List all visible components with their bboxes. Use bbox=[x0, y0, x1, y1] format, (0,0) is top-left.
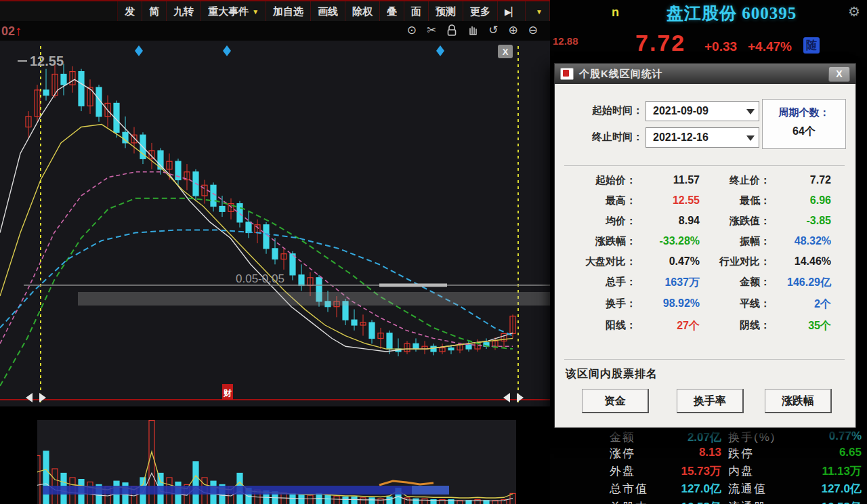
toolbar-item-forecast[interactable]: 预测 bbox=[429, 1, 463, 22]
volume-bar bbox=[413, 499, 419, 504]
rank-by-turnover-button[interactable]: 换手率 bbox=[677, 389, 744, 413]
volume-bar bbox=[43, 451, 49, 504]
start-date-label: 起始时间： bbox=[567, 104, 643, 117]
candle-body bbox=[219, 207, 225, 212]
trading-app-window: 发 简 九转 重大事件 ▼ 加自选 画线 除权 叠 面 预测 更多 ▶▏ ▼ 0… bbox=[0, 0, 867, 504]
toolbar-item-more[interactable]: 更多 bbox=[463, 1, 498, 22]
current-price: 7.72 bbox=[635, 30, 685, 56]
candle-body bbox=[466, 345, 471, 349]
rank-by-change-button[interactable]: 涨跌幅 bbox=[765, 389, 832, 413]
toolbar-item-draw-line[interactable]: 画线 bbox=[311, 1, 345, 22]
stat-label: 振幅： bbox=[700, 235, 770, 248]
high-annotation-label: 12.55 bbox=[30, 54, 64, 68]
period-count-value: 64个 bbox=[763, 125, 845, 139]
volume-bar bbox=[334, 496, 339, 504]
ma10-line bbox=[0, 125, 513, 349]
zoom-in-icon[interactable]: ⊕ bbox=[509, 22, 518, 39]
chevron-down-icon: ▼ bbox=[252, 8, 259, 16]
candle-body bbox=[175, 161, 181, 180]
hand-icon[interactable] bbox=[467, 24, 478, 37]
quote-row-marketcap: 总市值 127.0亿 流通值 127.0亿 bbox=[550, 481, 867, 498]
stat-label: 涨跌幅： bbox=[560, 235, 636, 248]
stat-value: 12.55 bbox=[636, 194, 700, 207]
top-toolbar: 发 简 九转 重大事件 ▼ 加自选 画线 除权 叠 面 预测 更多 ▶▏ ▼ bbox=[0, 0, 550, 22]
volume-orange-line bbox=[379, 481, 434, 485]
period-count-label: 周期个数： bbox=[763, 106, 845, 119]
toolbar-item-fa[interactable]: 发 bbox=[118, 1, 142, 22]
diamond-marker-icon[interactable] bbox=[223, 45, 231, 56]
volume-panel[interactable] bbox=[37, 420, 516, 504]
dialog-titlebar[interactable]: 个股K线区间统计 X bbox=[555, 64, 855, 84]
lock-icon[interactable] bbox=[446, 24, 457, 37]
toolbar-item-major-events[interactable]: 重大事件 ▼ bbox=[201, 1, 266, 22]
dialog-title: 个股K线区间统计 bbox=[579, 68, 663, 81]
zoom-out-icon[interactable]: ⊖ bbox=[528, 22, 538, 39]
stat-label: 阳线： bbox=[560, 319, 636, 333]
chart-close-x: X bbox=[503, 47, 509, 57]
stat-value: 35个 bbox=[770, 319, 831, 333]
diamond-marker-icon[interactable] bbox=[436, 45, 444, 56]
scroll-band[interactable] bbox=[78, 292, 550, 306]
toolbar-item-add-watchlist[interactable]: 加自选 bbox=[266, 1, 311, 22]
end-date-select[interactable]: 2021-12-16 bbox=[646, 127, 759, 148]
undo-icon[interactable]: ↺ bbox=[488, 22, 498, 39]
toolbar-item-exright[interactable]: 除权 bbox=[345, 1, 380, 22]
candle-body bbox=[431, 346, 436, 352]
toolbar-dropdown-icon[interactable]: ▼ bbox=[526, 1, 550, 22]
candle-body bbox=[237, 204, 242, 222]
stat-value: 14.46% bbox=[770, 255, 831, 268]
quote-row-amount: 金额 2.07亿 换手(%) 0.77% bbox=[550, 429, 867, 446]
diamond-marker-icon[interactable] bbox=[135, 45, 143, 56]
follow-badge[interactable]: 随 bbox=[803, 37, 820, 54]
stat-label: 阴线： bbox=[700, 319, 770, 333]
next-panel-arrow-icon[interactable]: ▶▏ bbox=[498, 1, 526, 22]
chart-tool-icons: ⊙ ✂ ↺ ⊕ ⊖ bbox=[407, 22, 538, 39]
dialog-close-button[interactable]: X bbox=[828, 66, 850, 82]
stat-label: 涨跌值： bbox=[700, 215, 770, 228]
corner-price-indicator: 02↑ bbox=[1, 23, 22, 39]
stat-value: -33.28% bbox=[636, 235, 700, 248]
stat-label: 最低： bbox=[700, 194, 770, 207]
quote-row-lots: 外盘 15.73万 内盘 11.13万 bbox=[550, 463, 867, 480]
volume-bar bbox=[422, 499, 427, 504]
candle-body bbox=[387, 333, 392, 349]
right-range-handle[interactable] bbox=[503, 393, 524, 402]
candle-body bbox=[448, 348, 454, 350]
kline-chart[interactable]: 12.55 0.05-0.05 X 财 bbox=[0, 41, 550, 406]
candle-body bbox=[79, 72, 84, 106]
volume-bar bbox=[387, 497, 392, 504]
quote-row-shares: 总股本 16.58亿 流通股 16.58亿 bbox=[550, 499, 867, 504]
toolbar-item-overlay[interactable]: 叠 bbox=[380, 1, 404, 22]
candle-body bbox=[246, 222, 251, 233]
candle-body bbox=[272, 249, 278, 259]
stat-label: 平线： bbox=[700, 297, 770, 312]
toolbar-item-screen[interactable]: 面 bbox=[404, 1, 429, 22]
eye-icon[interactable]: ⊙ bbox=[407, 22, 417, 39]
volume-bar bbox=[193, 462, 198, 504]
price-axis-top-label: 12.88 bbox=[553, 35, 578, 47]
volume-chart bbox=[37, 420, 516, 504]
stock-title[interactable]: 盘江股份 600395 bbox=[630, 2, 833, 24]
volume-bar bbox=[369, 498, 375, 504]
gear-icon[interactable]: ⚙ bbox=[848, 3, 860, 20]
stat-value: 6.96 bbox=[770, 194, 831, 207]
chart-sub-toolbar: 02↑ ⊙ ✂ ↺ ⊕ ⊖ bbox=[0, 21, 550, 41]
stock-flag: n bbox=[612, 5, 619, 20]
stat-label: 最高： bbox=[560, 194, 636, 207]
ranking-section-label: 该区间内股票排名 bbox=[566, 367, 658, 381]
rank-by-funds-button[interactable]: 资金 bbox=[582, 389, 649, 413]
volume-bar bbox=[299, 495, 304, 504]
kline-statistics-dialog: 个股K线区间统计 X 起始时间： 2021-09-09 终止时间： 2021-1… bbox=[554, 63, 856, 428]
ma20-line bbox=[0, 172, 513, 346]
candle-body bbox=[263, 225, 269, 249]
left-range-handle[interactable] bbox=[26, 393, 46, 402]
start-date-select[interactable]: 2021-09-09 bbox=[646, 101, 759, 121]
toolbar-item-jian[interactable]: 简 bbox=[142, 1, 167, 22]
quote-row-limit: 涨停 8.13 跌停 6.65 bbox=[550, 446, 867, 463]
toolbar-item-jiuzhuan[interactable]: 九转 bbox=[167, 1, 201, 22]
kline-chart-panel[interactable]: 12.55 0.05-0.05 X 财 bbox=[0, 41, 550, 406]
volume-blue-band-light bbox=[412, 486, 449, 495]
scissors-icon[interactable]: ✂ bbox=[427, 22, 436, 39]
period-count-box: 周期个数： 64个 bbox=[762, 99, 846, 149]
stat-label: 行业对比： bbox=[700, 255, 770, 268]
